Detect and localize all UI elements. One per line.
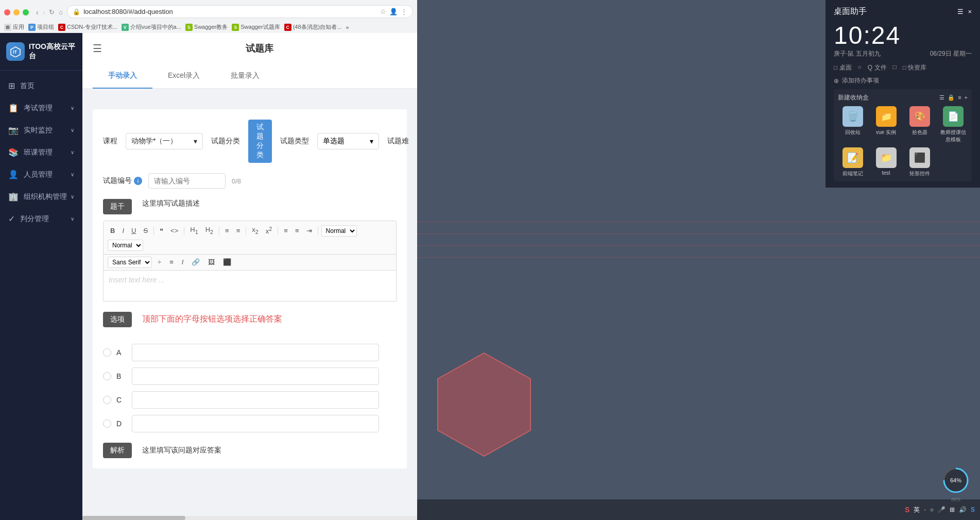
- h1-btn[interactable]: H1: [187, 224, 200, 237]
- folder-vue[interactable]: 📁 vue 实例: [871, 106, 901, 143]
- refresh-btn[interactable]: ↻: [49, 8, 55, 16]
- option-radio-a[interactable]: [103, 348, 111, 357]
- bookmark-swagger[interactable]: S Swagger教务: [185, 23, 228, 31]
- tab-batch[interactable]: 批量录入: [215, 64, 275, 89]
- quote-btn[interactable]: ❝: [157, 225, 166, 237]
- folder-add-icon[interactable]: +: [965, 94, 968, 101]
- bookmark-msg[interactable]: C (48条消息)自知者...: [284, 23, 342, 31]
- clock-menu-icon[interactable]: ☰: [957, 8, 964, 15]
- heading-select[interactable]: Normal: [321, 225, 357, 237]
- italic2-btn[interactable]: I: [179, 257, 186, 268]
- sidebar-item-org[interactable]: 🏢 组织机构管理 ∨: [0, 186, 82, 208]
- option-input-c[interactable]: [132, 391, 379, 409]
- option-radio-b[interactable]: [103, 372, 111, 380]
- taskbar-circle-icon[interactable]: ○: [930, 506, 934, 513]
- url-bar[interactable]: 🔒 localhost:8080/#/add-question ☆ 👤 ⋮: [67, 5, 413, 18]
- taskbar-eng-icon[interactable]: 英: [914, 506, 920, 514]
- taskbar-net-icon[interactable]: ⊞: [950, 506, 955, 513]
- home-btn[interactable]: ⌂: [59, 8, 63, 16]
- type-select[interactable]: 单选题 ▾: [317, 133, 379, 149]
- superscript-btn[interactable]: x2: [263, 224, 275, 238]
- stem-btn[interactable]: 题干: [103, 199, 132, 214]
- sidebar-logo: IT ITOO高校云平台: [0, 33, 82, 71]
- unordered-list-btn[interactable]: ≡: [234, 225, 243, 237]
- class-icon: 📚: [8, 147, 19, 157]
- category-btn[interactable]: 试题分类: [248, 120, 272, 163]
- taskbar-sound-icon[interactable]: 🔊: [959, 506, 967, 513]
- sidebar-item-monitor[interactable]: 📷 实时监控 ∨: [0, 119, 82, 141]
- taskbar-mic-icon[interactable]: 🎤: [938, 506, 945, 513]
- square-action[interactable]: □: [893, 63, 897, 72]
- add-todo[interactable]: ⊕ 添加待办事项: [834, 76, 972, 85]
- circle-action[interactable]: ○: [858, 63, 862, 72]
- clock-close-icon[interactable]: ×: [968, 8, 972, 15]
- table-btn[interactable]: ⬛: [220, 257, 234, 268]
- font-family-select[interactable]: Sans Serif: [108, 257, 152, 268]
- question-num-row: 试题编号 i 0/8: [103, 173, 397, 189]
- folder-widget[interactable]: ⬛ 矩形控件: [905, 147, 934, 177]
- quick-resource-action[interactable]: □ 快资库: [903, 63, 927, 72]
- options-btn[interactable]: 选项: [103, 312, 132, 327]
- option-input-b[interactable]: [132, 367, 379, 385]
- question-num-input[interactable]: [148, 173, 226, 189]
- course-select[interactable]: 动物学*（一） ▾: [126, 133, 203, 149]
- sidebar-item-grade[interactable]: ✓ 判分管理 ∨: [0, 208, 82, 230]
- h2-btn[interactable]: H2: [203, 224, 216, 237]
- bookmark-project[interactable]: P 项目组: [28, 23, 54, 31]
- sidebar-item-exam[interactable]: 📋 考试管理 ∨: [0, 97, 82, 119]
- menu-toggle-icon[interactable]: ☰: [93, 42, 102, 55]
- strikethrough-btn[interactable]: S: [141, 225, 150, 237]
- align-left-btn[interactable]: ≡: [281, 225, 290, 237]
- underline-btn[interactable]: U: [129, 225, 139, 237]
- folder-test[interactable]: 📁 test: [871, 147, 901, 177]
- folder-grid-icon[interactable]: ≡: [958, 94, 961, 101]
- sidebar-item-class[interactable]: 📚 班课管理 ∨: [0, 141, 82, 163]
- option-radio-c[interactable]: [103, 396, 111, 404]
- bookmark-swagger2[interactable]: S Swagger试题库: [232, 23, 280, 31]
- sidebar-item-home[interactable]: ⊞ 首页: [0, 75, 82, 97]
- svg-text:IT: IT: [13, 49, 18, 55]
- image-btn[interactable]: 🖼: [205, 257, 217, 268]
- align-center-btn[interactable]: ≡: [167, 257, 176, 268]
- code-btn[interactable]: <>: [168, 225, 181, 237]
- file-action[interactable]: Q 文件: [868, 63, 887, 72]
- indent-btn[interactable]: ⇥: [304, 225, 315, 237]
- font-select[interactable]: Normal: [108, 240, 143, 251]
- horizontal-scrollbar[interactable]: [82, 516, 417, 520]
- link-btn[interactable]: 🔗: [189, 257, 202, 268]
- font-size-btn[interactable]: ÷: [155, 257, 164, 268]
- ordered-list-btn[interactable]: ≡: [222, 225, 232, 237]
- bookmark-csdn[interactable]: C CSDN-专业IT技术...: [58, 23, 117, 31]
- folder-list-icon[interactable]: ☰: [939, 94, 944, 101]
- back-btn[interactable]: ‹: [36, 8, 39, 16]
- sidebar-item-people[interactable]: 👤 人员管理 ∨: [0, 163, 82, 186]
- subscript-btn[interactable]: x2: [249, 224, 261, 237]
- browser-chrome: ‹ › ↻ ⌂ 🔒 localhost:8080/#/add-question …: [0, 0, 417, 33]
- italic-btn[interactable]: I: [119, 225, 127, 237]
- bookmark-apps[interactable]: ⊞ 应用: [4, 23, 24, 31]
- bookmark-more[interactable]: »: [346, 23, 349, 31]
- analysis-btn[interactable]: 解析: [103, 443, 132, 458]
- desktop-action[interactable]: □ 桌面: [834, 63, 852, 72]
- folder-notes[interactable]: 📝 前端笔记: [838, 147, 867, 177]
- option-row-c: C: [103, 391, 397, 409]
- options-section: 选项 顶部下面的字母按钮选项选择正确答案 A B: [103, 312, 397, 458]
- page-title: 试题库: [112, 42, 407, 55]
- option-input-a[interactable]: [132, 344, 379, 361]
- editor-body[interactable]: Insert text here ...: [103, 271, 397, 301]
- editor-placeholder: Insert text here ...: [109, 276, 165, 284]
- analysis-hint: 这里填写该问题对应答案: [142, 446, 221, 455]
- option-radio-d[interactable]: [103, 420, 111, 428]
- bookmark-vue[interactable]: V 介绍vue项目中的a...: [122, 23, 181, 31]
- bold-btn[interactable]: B: [108, 225, 117, 237]
- folder-colorpicker[interactable]: 🎨 拾色器: [905, 106, 934, 143]
- tab-excel[interactable]: Excel录入: [152, 64, 215, 89]
- tab-manual[interactable]: 手动录入: [93, 64, 152, 89]
- align-right-btn[interactable]: ≡: [293, 225, 302, 237]
- forward-btn[interactable]: ›: [43, 8, 45, 16]
- folder-recycle[interactable]: 🗑️ 回收站: [838, 106, 867, 143]
- folder-lock-icon[interactable]: 🔒: [948, 94, 955, 101]
- scrollbar-thumb[interactable]: [82, 516, 185, 520]
- option-input-d[interactable]: [132, 415, 379, 432]
- folder-template[interactable]: 📄 教师授课信息模板: [938, 106, 968, 143]
